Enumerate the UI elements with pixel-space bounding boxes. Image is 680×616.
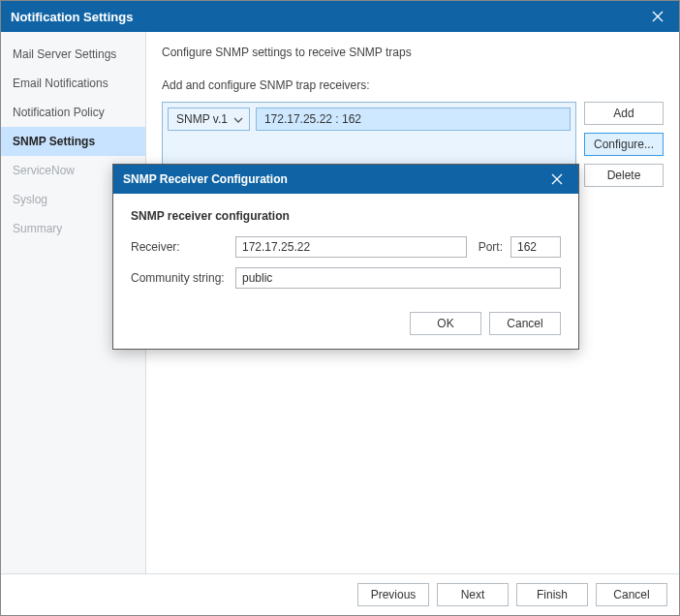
- dialog-footer: OK Cancel: [131, 298, 561, 335]
- sidebar-item-notification-policy[interactable]: Notification Policy: [1, 98, 145, 127]
- finish-button[interactable]: Finish: [516, 583, 588, 606]
- sidebar-item-email-notifications[interactable]: Email Notifications: [1, 69, 145, 98]
- configure-button[interactable]: Configure...: [584, 133, 664, 156]
- chevron-down-icon: [233, 112, 243, 126]
- dialog-close-icon[interactable]: [545, 168, 569, 191]
- receiver-field-row: Receiver: Port:: [131, 236, 561, 258]
- dialog-title: SNMP Receiver Configuration: [123, 172, 288, 186]
- wizard-footer: Previous Next Finish Cancel: [1, 573, 679, 615]
- delete-button[interactable]: Delete: [584, 164, 664, 187]
- dialog-body: SNMP receiver configuration Receiver: Po…: [113, 194, 578, 349]
- cancel-button[interactable]: Cancel: [596, 583, 667, 606]
- ok-button[interactable]: OK: [410, 312, 481, 335]
- section-label: Add and configure SNMP trap receivers:: [162, 78, 664, 92]
- next-button[interactable]: Next: [437, 583, 509, 606]
- snmp-receiver-dialog: SNMP Receiver Configuration SNMP receive…: [112, 164, 579, 350]
- action-column: Add Configure... Delete: [584, 102, 664, 187]
- dialog-heading: SNMP receiver configuration: [131, 209, 561, 223]
- receiver-input[interactable]: [235, 236, 467, 258]
- previous-button[interactable]: Previous: [357, 583, 429, 606]
- dialog-cancel-button[interactable]: Cancel: [489, 312, 561, 335]
- protocol-value: SNMP v.1: [176, 112, 228, 126]
- sidebar-item-snmp-settings[interactable]: SNMP Settings: [1, 127, 145, 156]
- dialog-titlebar: SNMP Receiver Configuration: [113, 165, 578, 194]
- sidebar-item-mail-server[interactable]: Mail Server Settings: [1, 40, 145, 69]
- receiver-display[interactable]: 172.17.25.22 : 162: [256, 108, 571, 131]
- receiver-label: Receiver:: [131, 240, 228, 254]
- port-input[interactable]: [510, 236, 561, 258]
- window-titlebar: Notification Settings: [1, 1, 679, 32]
- community-label: Community string:: [131, 271, 228, 285]
- add-button[interactable]: Add: [584, 102, 664, 125]
- close-icon[interactable]: [646, 5, 669, 28]
- window-title: Notification Settings: [11, 10, 133, 24]
- content-description: Configure SNMP settings to receive SNMP …: [162, 46, 664, 59]
- port-label: Port:: [479, 240, 503, 254]
- community-input[interactable]: [235, 267, 561, 289]
- protocol-dropdown[interactable]: SNMP v.1: [168, 108, 250, 131]
- community-field-row: Community string:: [131, 267, 561, 289]
